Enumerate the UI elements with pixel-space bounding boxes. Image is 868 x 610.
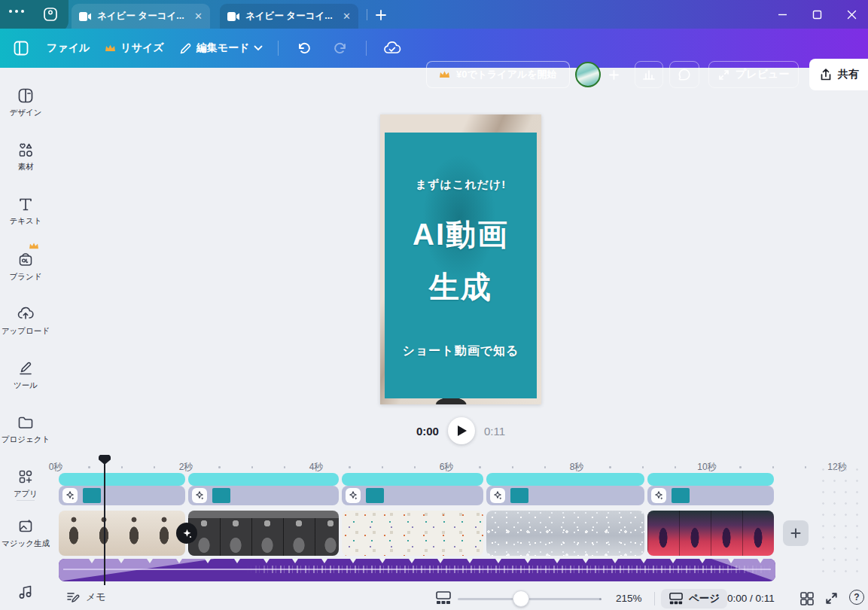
toolbar-divider xyxy=(278,41,279,56)
help-icon: ? xyxy=(854,592,859,602)
magic-generate-icon xyxy=(17,517,35,535)
magic-animate-icon xyxy=(490,488,505,503)
resize-button[interactable]: リサイズ xyxy=(105,41,163,55)
tab-close-icon[interactable]: ✕ xyxy=(194,11,203,22)
zoom-slider-thumb[interactable] xyxy=(513,590,529,607)
playhead-line[interactable] xyxy=(104,464,105,585)
minimize-button[interactable] xyxy=(776,8,788,20)
timecode: 0:00 / 0:11 xyxy=(727,593,775,604)
cyan-track-segment-2[interactable] xyxy=(188,473,339,486)
sidebar-item-label: ブランド xyxy=(10,272,42,282)
document-tab-1[interactable]: ネイビー ターコイ... ✕ xyxy=(72,4,210,29)
trial-label: ¥0でトライアルを開始 xyxy=(456,68,557,81)
file-menu-label: ファイル xyxy=(47,41,90,55)
cyan-track-segment-5[interactable] xyxy=(647,473,774,486)
zoom-slider[interactable] xyxy=(458,587,605,610)
close-button[interactable] xyxy=(845,8,857,20)
cyan-track-segment-3[interactable] xyxy=(342,473,483,486)
ruler-label: 4秒 xyxy=(300,461,333,474)
sidebar: デザイン 素材 テキスト ブランド アップロード ツール プロジェクト xyxy=(0,68,51,610)
sidebar-item-brand[interactable]: ブランド xyxy=(0,251,51,294)
sidebar-item-apps[interactable]: アプリ xyxy=(0,468,51,511)
sidebar-item-uploads[interactable]: アップロード xyxy=(0,305,51,349)
file-menu-button[interactable]: ファイル xyxy=(47,41,90,55)
insights-button[interactable] xyxy=(635,61,663,88)
sidebar-item-label: アップロード xyxy=(2,326,50,337)
transition-button[interactable] xyxy=(176,523,197,544)
videocam-icon xyxy=(79,12,91,21)
fullscreen-button[interactable] xyxy=(825,592,838,605)
brand-icon xyxy=(17,251,35,269)
page-view-button[interactable]: ページ xyxy=(661,589,727,608)
share-button[interactable]: 共有 xyxy=(809,59,868,90)
redo-button[interactable] xyxy=(330,38,351,59)
page-view-icon xyxy=(669,592,684,605)
panel-toggle-button[interactable] xyxy=(11,38,32,59)
sidebar-item-text[interactable]: テキスト xyxy=(0,195,51,239)
avatar[interactable] xyxy=(575,62,601,87)
text-clip-2[interactable] xyxy=(188,486,339,505)
sidebar-item-magic-generate[interactable]: マジック生成 xyxy=(0,517,51,561)
video-clip-glitter[interactable] xyxy=(486,511,644,556)
add-scene-button[interactable] xyxy=(783,520,809,546)
edit-mode-button[interactable]: 編集モード xyxy=(179,41,263,55)
ruler-label: 10秒 xyxy=(690,461,723,474)
teal-overlay-element[interactable]: まずはこれだけ! AI動画 生成 ショート動画で知る xyxy=(385,133,537,398)
grid-view-button[interactable] xyxy=(799,591,815,606)
zoom-slider-track[interactable] xyxy=(458,598,601,600)
preview-label: プレビュー xyxy=(736,68,789,81)
text-clip-3[interactable] xyxy=(342,486,483,505)
elements-icon xyxy=(17,141,35,159)
cyan-track-segment-1[interactable] xyxy=(59,473,185,486)
sidebar-item-label: プロジェクト xyxy=(2,435,50,445)
sidebar-item-tools[interactable]: ツール xyxy=(0,359,51,403)
notes-button[interactable]: メモ xyxy=(66,590,106,604)
canva-video-editor: ネイビー ターコイ... ✕ ネイビー ターコイ... ✕ xyxy=(0,0,868,610)
sidebar-item-label: デザイン xyxy=(10,108,42,118)
preview-button[interactable]: プレビュー xyxy=(708,61,799,88)
notes-icon xyxy=(66,590,80,604)
video-clip-silhouette[interactable] xyxy=(647,511,774,556)
overlay-text-bottom[interactable]: ショート動画で知る xyxy=(385,343,537,359)
audio-waveform-ticks xyxy=(247,566,774,573)
text-clip-1[interactable] xyxy=(59,486,185,505)
video-clip-robot-standing[interactable] xyxy=(59,511,185,556)
overflow-menu-icon[interactable] xyxy=(9,10,24,13)
playhead-handle[interactable] xyxy=(99,455,111,465)
new-tab-button[interactable] xyxy=(373,8,388,23)
crown-icon xyxy=(29,242,39,250)
pencil-icon xyxy=(179,42,192,55)
tools-icon xyxy=(17,359,35,377)
audio-clip[interactable] xyxy=(59,559,775,581)
total-time: 0:11 xyxy=(484,425,505,438)
canvas-page[interactable]: まずはこれだけ! AI動画 生成 ショート動画で知る xyxy=(380,114,541,404)
video-clip-robot-face[interactable] xyxy=(188,511,339,556)
bottombar: メモ 215% ページ 0:00 / 0:11 ? xyxy=(0,587,868,610)
text-clip-5[interactable] xyxy=(647,486,774,505)
overlay-text-top[interactable]: まずはこれだけ! xyxy=(385,178,537,192)
sidebar-item-design[interactable]: デザイン xyxy=(0,87,51,130)
video-clip-confetti[interactable] xyxy=(342,511,483,556)
speech-bubble-icon xyxy=(678,68,691,81)
undo-button[interactable] xyxy=(294,38,315,59)
overlay-text-title-1[interactable]: AI動画 xyxy=(385,214,537,255)
tab-close-icon[interactable]: ✕ xyxy=(343,11,351,22)
add-member-button[interactable] xyxy=(603,64,624,85)
toolbar-divider xyxy=(366,41,367,56)
cyan-track-segment-4[interactable] xyxy=(486,473,644,486)
maximize-button[interactable] xyxy=(811,8,823,20)
sidebar-item-elements[interactable]: 素材 xyxy=(0,141,51,185)
current-time: 0:00 xyxy=(416,425,439,438)
sidebar-item-projects[interactable]: プロジェクト xyxy=(0,413,51,457)
document-tab-2[interactable]: ネイビー ターコイ... ✕ xyxy=(220,4,358,29)
play-button[interactable] xyxy=(448,417,475,444)
help-button[interactable]: ? xyxy=(849,590,864,605)
text-clip-4[interactable] xyxy=(486,486,644,505)
play-icon xyxy=(458,425,467,436)
trial-button[interactable]: ¥0でトライアルを開始 xyxy=(426,61,570,88)
home-button[interactable] xyxy=(38,3,63,26)
comments-button[interactable] xyxy=(669,61,699,88)
overlay-text-title-2[interactable]: 生成 xyxy=(385,267,537,308)
zoom-slider-end-dot xyxy=(599,598,602,600)
timeline-toggle-button[interactable] xyxy=(435,590,452,605)
